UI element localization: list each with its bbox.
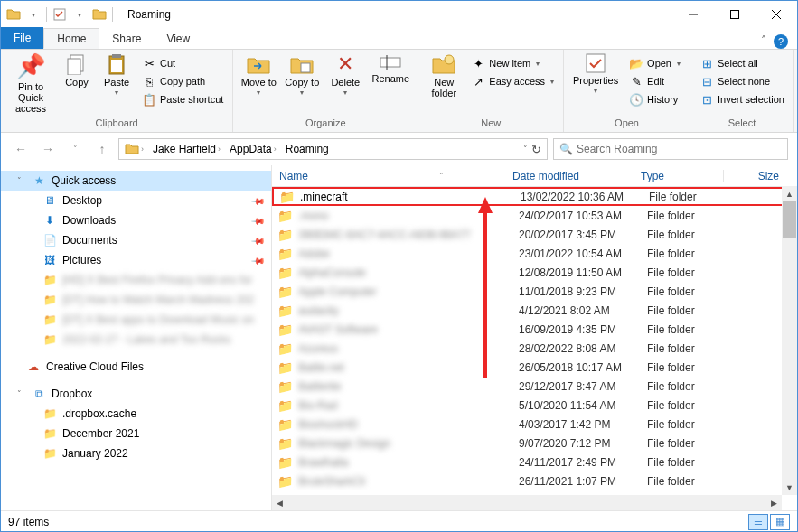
properties-button[interactable]: Properties ▾ [569,51,622,98]
copy-button[interactable]: Copy [59,51,95,89]
search-box[interactable]: 🔍 [553,138,788,160]
crumb-3[interactable]: Roaming [282,141,333,157]
file-type: File folder [647,437,737,450]
file-date: 4/12/2021 8:02 AM [519,304,647,317]
horizontal-scrollbar[interactable]: ◀ ▶ [272,495,782,510]
file-type: File folder [649,191,739,203]
crumb-root-icon[interactable]: › [121,140,147,158]
move-to-button[interactable]: Move to ▾ [239,51,278,99]
address-bar[interactable]: › Jake Harfield› AppData› Roaming ˅ ↻ [118,138,548,160]
file-type: File folder [647,475,737,488]
maximize-button[interactable] [714,1,756,28]
history-button[interactable]: 🕓History [625,91,684,107]
nav-dropbox[interactable]: ˅⧉Dropbox [1,384,271,404]
nav-creative-cloud[interactable]: ☁Creative Cloud Files [1,357,271,377]
refresh-icon[interactable]: ↻ [531,143,541,156]
paste-shortcut-button[interactable]: 📋Paste shortcut [138,91,227,107]
select-none-icon: ⊟ [699,74,714,89]
nav-documents[interactable]: 📄Documents📌 [1,230,271,250]
nav-recent-2[interactable]: 📁[DT] How to Watch March Madness 202 [1,290,271,310]
easy-access-button[interactable]: ↗Easy access▾ [467,73,558,89]
nav-jan-2022[interactable]: 📁January 2022 [1,443,271,463]
table-row[interactable]: 📁BioshockHD4/03/2017 1:42 PMFile folder [272,415,797,434]
table-row[interactable]: 📁audacity4/12/2021 8:02 AMFile folder [272,301,797,320]
scroll-right-button[interactable]: ▶ [766,495,782,510]
help-icon[interactable]: ? [774,34,788,49]
select-all-button[interactable]: ⊞Select all [696,55,788,71]
file-date: 9/07/2020 7:12 PM [519,437,647,450]
nav-recent-4[interactable]: 📁2022-02-27 - Lakes and Too Rocks [1,330,271,350]
file-name: AlphaConsole [298,266,519,279]
table-row[interactable]: 📁Bio-Rad5/10/2020 11:54 AMFile folder [272,396,797,415]
chevron-down-icon: ▾ [257,89,260,98]
scroll-thumb[interactable] [783,201,796,238]
nav-quick-access[interactable]: ˅★Quick access [1,171,271,191]
copy-to-button[interactable]: Copy to ▾ [282,51,322,99]
col-type[interactable]: Type [634,170,724,182]
qat-dropdown-icon[interactable]: ▾ [24,5,42,23]
col-name[interactable]: Name˄ [272,170,505,182]
close-button[interactable] [756,1,797,28]
table-row[interactable]: 📁Blackmagic Design9/07/2020 7:12 PMFile … [272,434,797,453]
table-row[interactable]: 📁Azureus28/02/2022 8:08 AMFile folder [272,339,797,358]
scroll-up-button[interactable]: ▲ [782,186,797,201]
address-dropdown-icon[interactable]: ˅ [523,145,528,154]
back-button[interactable]: ← [10,138,32,160]
invert-selection-button[interactable]: ⊡Invert selection [696,91,788,107]
open-button[interactable]: 📂Open▾ [625,55,684,71]
table-row[interactable]: 📁.mono24/02/2017 10:53 AMFile folder [272,206,797,225]
col-size[interactable]: Size [724,170,797,182]
minimize-button[interactable] [672,1,714,28]
details-view-button[interactable]: ☰ [748,514,768,530]
sort-indicator-icon: ˄ [439,172,444,181]
tab-home[interactable]: Home [43,28,99,49]
title-bar: ▾ ▾ Roaming [1,1,797,28]
vertical-scrollbar[interactable]: ▲ ▼ [782,186,797,495]
crumb-2[interactable]: AppData› [226,141,280,157]
delete-button[interactable]: ✕ Delete ▾ [325,51,365,99]
rename-button[interactable]: Rename [369,51,412,86]
pin-to-quick-access-button[interactable]: 📌 Pin to Quick access [6,51,55,116]
crumb-1[interactable]: Jake Harfield› [149,141,224,157]
qat-dropdown2-icon[interactable]: ▾ [70,5,89,23]
nav-dropbox-cache[interactable]: 📁.dropbox.cache [1,404,271,424]
minimize-ribbon-icon[interactable]: ˄ [761,34,766,49]
new-folder-button[interactable]: New folder [424,51,464,100]
nav-desktop[interactable]: 🖥Desktop📌 [1,191,271,210]
tab-view[interactable]: View [154,28,202,49]
nav-recent-3[interactable]: 📁[DT] X Best apps to Download Music on [1,310,271,330]
copy-path-button[interactable]: ⎘Copy path [138,73,227,89]
table-row[interactable]: 📁Brawlhalla24/11/2017 2:49 PMFile folder [272,453,797,471]
tab-file[interactable]: File [1,27,43,49]
nav-recent-1[interactable]: 📁[HD] X Best Firefox Privacy Add-ons for [1,270,271,290]
forward-button[interactable]: → [37,138,59,160]
properties-qat[interactable] [51,5,69,23]
paste-button[interactable]: Paste ▾ [99,51,135,99]
new-item-button[interactable]: ✦New item▾ [467,55,558,71]
up-button[interactable]: ↑ [91,138,113,160]
select-none-button[interactable]: ⊟Select none [696,73,788,89]
delete-icon: ✕ [337,53,353,75]
nav-downloads[interactable]: ⬇Downloads📌 [1,210,271,230]
table-row[interactable]: 📁Battle.net26/05/2018 10:17 AMFile folde… [272,358,797,377]
dropbox-icon: ⧉ [32,387,46,401]
nav-pictures[interactable]: 🖼Pictures📌 [1,250,271,270]
table-row[interactable]: 📁AVAST Software16/09/2019 4:35 PMFile fo… [272,320,797,339]
nav-dec-2021[interactable]: 📁December 2021 [1,424,271,443]
table-row[interactable]: 📁Battlerite29/12/2017 8:47 AMFile folder [272,377,797,396]
thumbnails-view-button[interactable]: ▦ [770,514,790,530]
table-row[interactable]: 📁390E84C-6AC7-4ACC-A836-98A7720/02/2017 … [272,225,797,244]
scroll-left-button[interactable]: ◀ [272,495,287,510]
table-row[interactable]: 📁Apple Computer11/01/2018 9:23 PMFile fo… [272,282,797,301]
table-row[interactable]: 📁.minecraft13/02/2022 10:36 AMFile folde… [272,187,797,206]
col-date[interactable]: Date modified [505,170,634,182]
edit-button[interactable]: ✎Edit [625,73,684,89]
tab-share[interactable]: Share [99,28,154,49]
cut-button[interactable]: ✂Cut [138,55,227,71]
table-row[interactable]: 📁AlphaConsole12/08/2019 11:50 AMFile fol… [272,263,797,282]
table-row[interactable]: 📁BruteSharkCli26/11/2021 1:07 PMFile fol… [272,471,797,490]
recent-locations[interactable]: ˅ [64,138,86,160]
table-row[interactable]: 📁Adobe23/01/2022 10:54 AMFile folder [272,244,797,263]
scroll-down-button[interactable]: ▼ [782,480,797,495]
search-input[interactable] [577,143,782,155]
